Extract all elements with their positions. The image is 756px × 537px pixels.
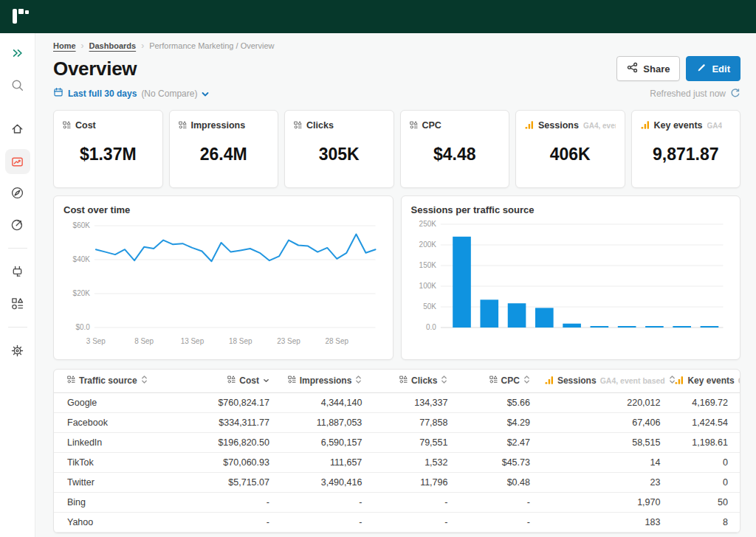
column-header-traffic-source[interactable]: Traffic source <box>54 370 191 392</box>
chart-title: Sessions per traffic source <box>411 204 731 215</box>
value-cell: 220,012 <box>537 392 668 412</box>
share-button[interactable]: Share <box>616 56 680 81</box>
date-range-filter[interactable]: Last full 30 days (No Compare) <box>53 87 209 100</box>
traffic-source-cell: Bing <box>54 492 191 512</box>
column-header-key-events[interactable]: Key eventsGA4 <box>667 370 740 392</box>
kpi-value: 305K <box>285 132 394 187</box>
column-header-impressions[interactable]: Impressions <box>277 370 369 392</box>
column-header-sessions[interactable]: SessionsGA4, event based <box>537 370 668 392</box>
value-cell: - <box>455 512 537 532</box>
svg-text:13 Sep: 13 Sep <box>181 337 205 345</box>
funnel-logo[interactable] <box>13 9 32 25</box>
breadcrumb-current: Performance Marketing / Overview <box>149 41 274 50</box>
value-cell: 79,551 <box>369 432 455 452</box>
kpi-card-cost: Cost$1.37M <box>53 110 163 188</box>
kpi-value: 26.4M <box>170 132 278 187</box>
value-cell: 0 <box>667 472 740 492</box>
kpi-card-sessions: SessionsGA4, event bas406K <box>515 110 625 188</box>
table-row-bing: Bing----1,97050 <box>54 492 740 512</box>
column-header-cpc[interactable]: CPC <box>455 370 537 392</box>
kpi-source-suffix: GA4, event bas <box>583 122 616 130</box>
value-cell: - <box>191 492 277 512</box>
value-cell: $0.48 <box>455 472 537 492</box>
traffic-source-cell: Twitter <box>54 472 191 492</box>
traffic-source-cell: LinkedIn <box>54 432 191 452</box>
svg-text:23 Sep: 23 Sep <box>277 337 300 345</box>
sidebar-item-dashboards[interactable] <box>5 149 30 174</box>
settings-gear-icon[interactable] <box>6 339 30 361</box>
table-row-tiktok: TikTok$70,060.93111,6571,532$45.73140 <box>54 452 740 472</box>
sort-icon[interactable] <box>669 375 676 387</box>
breadcrumb-dashboards[interactable]: Dashboards <box>89 41 137 50</box>
value-cell: 4,344,140 <box>277 392 369 412</box>
bar <box>507 303 526 328</box>
ga4-icon <box>545 375 554 387</box>
value-cell: 77,858 <box>369 412 455 432</box>
blend-icon <box>288 375 296 386</box>
sort-icon[interactable] <box>141 375 148 387</box>
kpi-source-suffix: GA4 <box>707 122 723 130</box>
bar <box>673 326 691 328</box>
sort-icon[interactable] <box>441 375 447 387</box>
sessions-per-traffic-source-chart: Sessions per traffic source 0.050K100K15… <box>401 195 741 360</box>
sidebar-item-share-exports[interactable] <box>6 213 30 235</box>
kpi-card-impressions: Impressions26.4M <box>169 110 279 188</box>
breadcrumb: Home › Dashboards › Performance Marketin… <box>53 41 740 51</box>
column-label: Clicks <box>411 375 437 386</box>
svg-text:150K: 150K <box>419 261 436 269</box>
column-header-clicks[interactable]: Clicks <box>369 370 455 392</box>
column-label: Traffic source <box>79 375 137 386</box>
kpi-label: Clicks <box>306 120 334 131</box>
value-cell: 8 <box>667 512 740 532</box>
value-cell: $760,824.17 <box>191 392 277 412</box>
sort-icon[interactable] <box>355 375 362 387</box>
ga4-icon <box>525 119 534 132</box>
sidebar-item-explore[interactable] <box>6 181 30 204</box>
column-header-cost[interactable]: Cost <box>191 370 277 392</box>
kpi-value: $4.48 <box>401 132 509 187</box>
value-cell: 14 <box>537 452 668 472</box>
expand-sidebar-icon[interactable] <box>6 42 30 64</box>
blend-icon <box>489 375 498 386</box>
table-row-facebook: Facebook$334,311.7711,887,05377,858$4.29… <box>54 412 740 432</box>
breadcrumb-separator: › <box>141 41 144 51</box>
value-cell: 0 <box>667 452 740 472</box>
svg-text:0.0: 0.0 <box>426 323 436 331</box>
line-chart-canvas: $0.0$20K$40K$60K3 Sep8 Sep13 Sep18 Sep23… <box>63 217 383 356</box>
traffic-source-cell: Google <box>54 392 191 412</box>
kpi-label: Key events <box>654 120 703 131</box>
value-cell: 111,657 <box>277 452 369 472</box>
breadcrumb-home[interactable]: Home <box>53 41 76 50</box>
sidebar-item-data-sources[interactable] <box>6 292 30 314</box>
value-cell: 11,887,053 <box>277 412 369 432</box>
breadcrumb-separator: › <box>81 41 84 51</box>
ga4-icon <box>641 119 650 132</box>
kpi-value: $1.37M <box>54 132 162 187</box>
edit-button[interactable]: Edit <box>686 56 740 81</box>
svg-text:$60K: $60K <box>73 221 91 229</box>
sort-icon[interactable] <box>523 375 530 387</box>
column-label: CPC <box>501 375 520 386</box>
table-row-twitter: Twitter$5,715.073,490,41611,796$0.48230 <box>54 472 740 492</box>
bar <box>480 299 498 328</box>
value-cell: 1,198.61 <box>667 432 740 452</box>
share-icon <box>627 62 638 75</box>
calendar-icon <box>53 87 63 100</box>
column-label: Key events <box>687 375 734 386</box>
sidebar-item-home[interactable] <box>6 117 30 139</box>
traffic-source-table: Traffic sourceCostImpressionsClicksCPCSe… <box>53 369 740 533</box>
kpi-card-cpc: CPC$4.48 <box>400 110 510 188</box>
traffic-source-cell: TikTok <box>54 452 191 472</box>
sort-desc-icon[interactable] <box>263 375 269 386</box>
bar <box>645 326 664 328</box>
traffic-source-cell: Facebook <box>54 412 191 432</box>
svg-text:$20K: $20K <box>73 289 91 297</box>
column-source-suffix: GA4 <box>738 376 740 385</box>
value-cell: - <box>277 492 369 512</box>
kpi-label: CPC <box>422 120 441 131</box>
bar <box>590 326 608 328</box>
search-icon[interactable] <box>6 74 30 96</box>
refresh-icon[interactable] <box>730 88 740 100</box>
sidebar-item-connectors[interactable] <box>6 260 30 283</box>
kpi-value: 9,871.87 <box>632 132 740 187</box>
